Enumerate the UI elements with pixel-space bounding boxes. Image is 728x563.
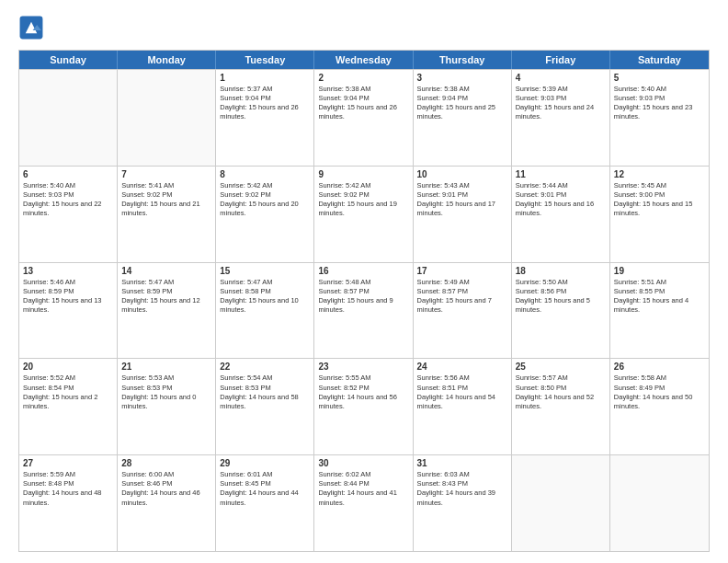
day-number: 9: [318, 169, 408, 179]
calendar-cell: 18Sunrise: 5:50 AM Sunset: 8:56 PM Dayli…: [512, 263, 610, 359]
cell-details: Sunrise: 5:38 AM Sunset: 9:04 PM Dayligh…: [417, 85, 507, 122]
cell-details: Sunrise: 5:43 AM Sunset: 9:01 PM Dayligh…: [417, 181, 507, 219]
cell-details: Sunrise: 5:42 AM Sunset: 9:02 PM Dayligh…: [220, 181, 310, 219]
day-number: 17: [417, 266, 507, 276]
calendar-cell: 7Sunrise: 5:41 AM Sunset: 9:02 PM Daylig…: [118, 167, 216, 262]
calendar-cell: 21Sunrise: 5:53 AM Sunset: 8:53 PM Dayli…: [118, 359, 216, 454]
day-number: 24: [417, 362, 507, 372]
day-number: 1: [220, 73, 310, 83]
day-number: 18: [516, 266, 606, 276]
calendar-cell: 29Sunrise: 6:01 AM Sunset: 8:45 PM Dayli…: [216, 455, 314, 551]
calendar-cell: 30Sunrise: 6:02 AM Sunset: 8:44 PM Dayli…: [314, 455, 413, 551]
calendar-cell: 20Sunrise: 5:52 AM Sunset: 8:54 PM Dayli…: [19, 359, 118, 454]
cell-details: Sunrise: 5:41 AM Sunset: 9:02 PM Dayligh…: [121, 181, 211, 219]
day-number: 8: [220, 169, 310, 179]
calendar-cell: 23Sunrise: 5:55 AM Sunset: 8:52 PM Dayli…: [314, 359, 413, 454]
day-number: 10: [417, 169, 507, 179]
calendar-cell: 12Sunrise: 5:45 AM Sunset: 9:00 PM Dayli…: [610, 167, 709, 262]
calendar-row: 13Sunrise: 5:46 AM Sunset: 8:59 PM Dayli…: [19, 262, 709, 359]
weekday-header: Wednesday: [314, 51, 413, 69]
day-number: 5: [614, 73, 705, 83]
logo-icon: [18, 15, 44, 40]
calendar-cell: [610, 455, 709, 551]
calendar-cell: [118, 70, 216, 166]
calendar-cell: [19, 70, 118, 166]
calendar-cell: 1Sunrise: 5:37 AM Sunset: 9:04 PM Daylig…: [216, 70, 314, 166]
calendar-cell: 11Sunrise: 5:44 AM Sunset: 9:01 PM Dayli…: [512, 167, 610, 262]
calendar: SundayMondayTuesdayWednesdayThursdayFrid…: [18, 50, 710, 552]
calendar-row: 1Sunrise: 5:37 AM Sunset: 9:04 PM Daylig…: [19, 69, 709, 166]
cell-details: Sunrise: 5:38 AM Sunset: 9:04 PM Dayligh…: [318, 85, 408, 122]
cell-details: Sunrise: 5:55 AM Sunset: 8:52 PM Dayligh…: [318, 373, 408, 411]
cell-details: Sunrise: 5:54 AM Sunset: 8:53 PM Dayligh…: [220, 373, 310, 411]
cell-details: Sunrise: 5:59 AM Sunset: 8:48 PM Dayligh…: [23, 470, 113, 508]
cell-details: Sunrise: 5:51 AM Sunset: 8:55 PM Dayligh…: [614, 278, 705, 316]
weekday-header: Monday: [118, 51, 216, 69]
day-number: 20: [23, 362, 113, 372]
calendar-cell: 22Sunrise: 5:54 AM Sunset: 8:53 PM Dayli…: [216, 359, 314, 454]
cell-details: Sunrise: 5:47 AM Sunset: 8:58 PM Dayligh…: [220, 278, 310, 316]
day-number: 15: [220, 266, 310, 276]
calendar-header: SundayMondayTuesdayWednesdayThursdayFrid…: [19, 51, 709, 69]
cell-details: Sunrise: 5:48 AM Sunset: 8:57 PM Dayligh…: [318, 278, 408, 316]
day-number: 30: [318, 458, 408, 468]
calendar-cell: 13Sunrise: 5:46 AM Sunset: 8:59 PM Dayli…: [19, 263, 118, 359]
cell-details: Sunrise: 5:46 AM Sunset: 8:59 PM Dayligh…: [23, 278, 113, 316]
cell-details: Sunrise: 5:40 AM Sunset: 9:03 PM Dayligh…: [23, 181, 113, 219]
day-number: 27: [23, 458, 113, 468]
cell-details: Sunrise: 6:01 AM Sunset: 8:45 PM Dayligh…: [220, 470, 310, 508]
calendar-cell: 15Sunrise: 5:47 AM Sunset: 8:58 PM Dayli…: [216, 263, 314, 359]
cell-details: Sunrise: 5:37 AM Sunset: 9:04 PM Dayligh…: [220, 85, 310, 122]
day-number: 21: [121, 362, 211, 372]
calendar-cell: 3Sunrise: 5:38 AM Sunset: 9:04 PM Daylig…: [414, 70, 512, 166]
cell-details: Sunrise: 5:47 AM Sunset: 8:59 PM Dayligh…: [121, 278, 211, 316]
cell-details: Sunrise: 5:50 AM Sunset: 8:56 PM Dayligh…: [516, 278, 606, 316]
day-number: 14: [121, 266, 211, 276]
calendar-cell: 25Sunrise: 5:57 AM Sunset: 8:50 PM Dayli…: [512, 359, 610, 454]
logo: [18, 15, 48, 40]
calendar-cell: 24Sunrise: 5:56 AM Sunset: 8:51 PM Dayli…: [414, 359, 512, 454]
day-number: 12: [614, 169, 705, 179]
calendar-cell: 31Sunrise: 6:03 AM Sunset: 8:43 PM Dayli…: [414, 455, 512, 551]
cell-details: Sunrise: 6:03 AM Sunset: 8:43 PM Dayligh…: [417, 470, 507, 508]
calendar-cell: 14Sunrise: 5:47 AM Sunset: 8:59 PM Dayli…: [118, 263, 216, 359]
calendar-cell: 28Sunrise: 6:00 AM Sunset: 8:46 PM Dayli…: [118, 455, 216, 551]
day-number: 26: [614, 362, 705, 372]
calendar-cell: [512, 455, 610, 551]
calendar-row: 6Sunrise: 5:40 AM Sunset: 9:03 PM Daylig…: [19, 166, 709, 262]
calendar-cell: 6Sunrise: 5:40 AM Sunset: 9:03 PM Daylig…: [19, 167, 118, 262]
day-number: 6: [23, 169, 113, 179]
day-number: 7: [121, 169, 211, 179]
calendar-cell: 9Sunrise: 5:42 AM Sunset: 9:02 PM Daylig…: [314, 167, 413, 262]
cell-details: Sunrise: 5:58 AM Sunset: 8:49 PM Dayligh…: [614, 373, 705, 411]
weekday-header: Sunday: [19, 51, 118, 69]
day-number: 22: [220, 362, 310, 372]
day-number: 4: [516, 73, 606, 83]
day-number: 29: [220, 458, 310, 468]
cell-details: Sunrise: 5:53 AM Sunset: 8:53 PM Dayligh…: [121, 373, 211, 411]
day-number: 11: [516, 169, 606, 179]
weekday-header: Tuesday: [216, 51, 314, 69]
calendar-cell: 4Sunrise: 5:39 AM Sunset: 9:03 PM Daylig…: [512, 70, 610, 166]
day-number: 2: [318, 73, 408, 83]
cell-details: Sunrise: 5:44 AM Sunset: 9:01 PM Dayligh…: [516, 181, 606, 219]
day-number: 19: [614, 266, 705, 276]
calendar-cell: 17Sunrise: 5:49 AM Sunset: 8:57 PM Dayli…: [414, 263, 512, 359]
day-number: 3: [417, 73, 507, 83]
weekday-header: Thursday: [414, 51, 512, 69]
day-number: 25: [516, 362, 606, 372]
cell-details: Sunrise: 5:49 AM Sunset: 8:57 PM Dayligh…: [417, 278, 507, 316]
calendar-cell: 27Sunrise: 5:59 AM Sunset: 8:48 PM Dayli…: [19, 455, 118, 551]
cell-details: Sunrise: 5:57 AM Sunset: 8:50 PM Dayligh…: [516, 373, 606, 411]
calendar-cell: 19Sunrise: 5:51 AM Sunset: 8:55 PM Dayli…: [610, 263, 709, 359]
weekday-header: Friday: [512, 51, 610, 69]
day-number: 28: [121, 458, 211, 468]
cell-details: Sunrise: 5:40 AM Sunset: 9:03 PM Dayligh…: [614, 85, 705, 122]
cell-details: Sunrise: 5:52 AM Sunset: 8:54 PM Dayligh…: [23, 373, 113, 411]
day-number: 13: [23, 266, 113, 276]
calendar-row: 20Sunrise: 5:52 AM Sunset: 8:54 PM Dayli…: [19, 358, 709, 454]
day-number: 23: [318, 362, 408, 372]
cell-details: Sunrise: 6:00 AM Sunset: 8:46 PM Dayligh…: [121, 470, 211, 508]
calendar-body: 1Sunrise: 5:37 AM Sunset: 9:04 PM Daylig…: [19, 69, 709, 551]
calendar-cell: 16Sunrise: 5:48 AM Sunset: 8:57 PM Dayli…: [314, 263, 413, 359]
